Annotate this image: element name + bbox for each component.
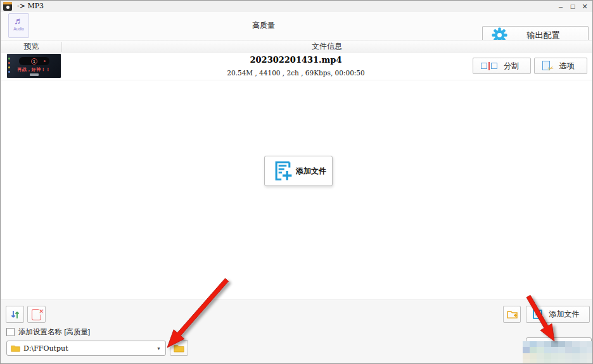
window-controls: – □ ✕ <box>557 1 589 11</box>
add-folder-icon <box>507 310 518 319</box>
add-files-bottom-button[interactable]: 添加文件 <box>526 306 590 323</box>
minimize-button[interactable]: – <box>557 1 564 11</box>
file-details: 20.54M , 44100 , 2ch , 69Kbps, 00:00:50 <box>185 69 407 77</box>
remove-file-icon: ✕ <box>32 309 41 320</box>
remove-file-button[interactable]: ✕ <box>27 306 46 323</box>
file-table-header: 预览 文件信息 <box>1 40 592 54</box>
file-row[interactable]: 1 再战，好神！！ 202302201431.mp4 20.54M , 4410… <box>1 53 592 80</box>
folder-icon <box>11 344 20 352</box>
music-note-icon: ♬ <box>9 14 29 28</box>
app-icon-band <box>3 2 12 4</box>
file-name: 202302201431.mp4 <box>185 55 407 65</box>
toolbar: ♬ Audio 高质量 输出配置 <box>1 12 592 40</box>
add-setting-name-checkbox[interactable] <box>6 328 15 336</box>
folder-icon <box>174 344 184 353</box>
video-thumbnail: 1 再战，好神！！ <box>7 54 61 78</box>
audio-format-label: Audio <box>9 27 29 31</box>
title-bar: -> MP3 – □ ✕ <box>1 1 592 12</box>
close-button[interactable]: ✕ <box>581 1 589 11</box>
split-button[interactable]: 分割 <box>473 58 531 74</box>
output-path-combobox[interactable]: D:\FFOutput ▼ <box>6 341 166 356</box>
column-header-file-info: 文件信息 <box>62 41 592 53</box>
app-icon-hole <box>6 6 10 9</box>
app-icon <box>3 2 12 11</box>
output-path-value: D:\FFOutput <box>23 344 156 353</box>
app-window: -> MP3 – □ ✕ ♬ Audio 高质量 输出配置 <box>0 0 593 364</box>
maximize-button[interactable]: □ <box>569 1 577 11</box>
options-label: 选项 <box>552 61 587 72</box>
sort-arrows-icon <box>10 310 20 320</box>
options-button[interactable]: ✂ 选项 <box>534 58 587 74</box>
clip-options-icon: ✂ <box>542 61 552 71</box>
add-files-center-label: 添加文件 <box>294 166 332 177</box>
thumb-dot <box>8 58 10 60</box>
thumb-caption: 再战，好神！！ <box>7 66 61 73</box>
censor-mosaic <box>523 341 593 364</box>
browse-folder-button[interactable] <box>170 340 188 356</box>
thumb-pill <box>30 73 39 76</box>
thumb-reddot <box>44 60 46 62</box>
thumb-dot <box>8 62 10 64</box>
add-file-icon <box>271 160 294 182</box>
audio-format-icon: ♬ Audio <box>8 13 29 38</box>
output-config-label: 输出配置 <box>507 30 588 41</box>
add-folder-button[interactable] <box>503 306 521 323</box>
window-title: -> MP3 <box>17 2 44 10</box>
bottom-panel: ✕ 添加设置名称 [高质量] D:\FFOutput ▼ <box>1 299 592 363</box>
file-list-icon <box>532 309 543 320</box>
add-setting-name-label: 添加设置名称 [高质量] <box>18 327 90 337</box>
column-header-preview: 预览 <box>1 41 61 53</box>
split-label: 分割 <box>497 61 530 72</box>
sort-list-button[interactable] <box>6 306 24 323</box>
thumb-scoreboard: 1 <box>19 57 49 65</box>
add-files-center-button[interactable]: 添加文件 <box>264 156 333 186</box>
chevron-down-icon[interactable]: ▼ <box>156 346 161 351</box>
add-setting-name-row: 添加设置名称 [高质量] <box>6 327 90 337</box>
quality-preset-label: 高质量 <box>191 20 336 31</box>
add-files-bottom-label: 添加文件 <box>543 309 589 320</box>
split-icon <box>481 62 497 70</box>
thumb-badge: 1 <box>31 58 37 65</box>
